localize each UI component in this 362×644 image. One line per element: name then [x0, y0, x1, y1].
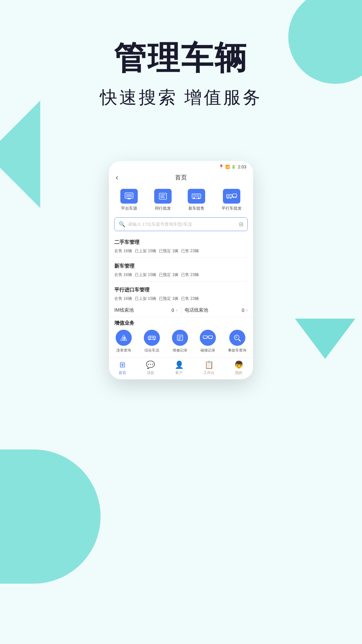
vas-collision[interactable]: ! 碰撞记录 [200, 330, 216, 353]
im-pool-arrow: › [176, 308, 178, 313]
new-on-sale[interactable]: 在售 16辆 [114, 272, 132, 278]
parallel-import-title: 平行进口车管理 [114, 287, 248, 293]
phone-pool-item[interactable]: 电话线索池 0 › [185, 307, 248, 313]
bg-triangle-right-decoration [295, 319, 355, 359]
page-title: 首页 [175, 173, 187, 181]
workbench-icon: 📋 [204, 361, 214, 369]
parallel-import-section: 平行进口车管理 在售 16辆 已上架 15辆 已预定 1辆 已售 23辆 [109, 283, 253, 304]
svg-text:!: ! [207, 335, 208, 338]
nav-icons-row: 平台车源 同行批发 新车批售 [109, 185, 253, 213]
vas-accident[interactable]: 🔍 事故车查询 [228, 330, 246, 353]
new-reserved[interactable]: 已预定 1辆 [159, 272, 178, 278]
svg-rect-9 [193, 195, 200, 197]
svg-point-13 [227, 197, 229, 199]
parallel-on-sale[interactable]: 在售 16辆 [114, 296, 132, 302]
customers-label: 客户 [175, 370, 183, 375]
vas-title: 增值业务 [114, 320, 248, 326]
phone-pool-label: 电话线索池 [185, 307, 208, 313]
location-icon: 📍 [219, 164, 224, 169]
back-button[interactable]: ‹ [116, 173, 118, 182]
nav-new-car[interactable]: 新车批售 [188, 189, 205, 211]
new-car-icon [188, 189, 205, 204]
used-listed[interactable]: 已上架 15辆 [135, 248, 157, 254]
vas-car-condition[interactable]: 综合车况 [144, 330, 160, 353]
search-bar[interactable]: 🔍 请输入 17位车架号查询车型/车况 ⊟ [114, 217, 248, 231]
collision-label: 碰撞记录 [200, 348, 215, 353]
parallel-car-label: 平行车批发 [222, 206, 242, 211]
phone-pool-value: 0 [242, 308, 244, 313]
vas-violation[interactable]: 违 违章查询 [116, 330, 132, 353]
search-icon: 🔍 [119, 221, 125, 227]
divider-2 [114, 281, 248, 281]
new-car-stats: 在售 16辆 已上架 15辆 已预定 1辆 已售 23辆 [114, 272, 248, 278]
used-car-section: 二手车管理 在售 16辆 已上架 15辆 已预定 1辆 已售 23辆 [109, 235, 253, 256]
violation-icon: 违 [116, 330, 132, 346]
im-pool-value: 0 [172, 308, 174, 313]
search-input[interactable]: 请输入 17位车架号查询车型/车况 [128, 221, 236, 227]
parallel-listed[interactable]: 已上架 15辆 [135, 296, 157, 302]
svg-point-31 [204, 338, 205, 339]
home-label: 首页 [119, 370, 126, 375]
scan-icon[interactable]: ⊟ [239, 221, 243, 227]
status-icons: 📍 📶 🔋 2:03 [219, 164, 246, 169]
customers-icon: 👤 [175, 361, 184, 369]
bottom-tab-bar: ⊞ 首页 💬 消息 👤 客户 📋 工作台 👦 我的 [109, 358, 253, 379]
svg-rect-15 [227, 195, 231, 197]
pool-row: IM线索池 0 › 电话线索池 0 › [109, 304, 253, 317]
collision-icon: ! [200, 330, 216, 346]
divider-1 [114, 257, 248, 258]
parallel-sold[interactable]: 已售 23辆 [181, 296, 199, 302]
new-sold[interactable]: 已售 23辆 [181, 272, 199, 278]
tab-messages[interactable]: 💬 消息 [146, 361, 155, 375]
svg-rect-24 [149, 337, 152, 338]
nav-peer-wholesale[interactable]: 同行批发 [154, 189, 172, 211]
svg-line-38 [238, 339, 240, 341]
new-car-mgmt-title: 新车管理 [114, 263, 248, 269]
workbench-label: 工作台 [203, 370, 215, 375]
platform-source-icon [120, 189, 138, 204]
messages-icon: 💬 [146, 361, 155, 369]
home-icon: ⊞ [119, 361, 125, 369]
svg-text:违: 违 [122, 336, 126, 340]
status-time: 2:03 [238, 164, 246, 169]
parallel-import-stats: 在售 16辆 已上架 15辆 已预定 1辆 已售 23辆 [114, 296, 248, 302]
svg-point-14 [230, 197, 231, 199]
mine-label: 我的 [235, 370, 242, 375]
repair-label: 维修记录 [173, 348, 187, 353]
new-car-label: 新车批售 [188, 206, 204, 211]
used-car-title: 二手车管理 [114, 239, 248, 246]
violation-label: 违章查询 [116, 348, 131, 353]
svg-rect-1 [126, 194, 132, 197]
used-on-sale[interactable]: 在售 16辆 [114, 248, 132, 254]
nav-parallel-car[interactable]: 平行车批发 [222, 189, 242, 211]
svg-point-22 [149, 339, 150, 340]
svg-point-18 [235, 197, 236, 198]
tab-workbench[interactable]: 📋 工作台 [203, 361, 215, 375]
im-pool-item[interactable]: IM线索池 0 › [114, 307, 178, 313]
parallel-car-icon [223, 189, 240, 204]
bg-triangle-left-decoration [0, 101, 40, 208]
accident-icon: 🔍 [229, 330, 245, 346]
tab-home[interactable]: ⊞ 首页 [119, 361, 126, 375]
used-car-stats: 在售 16辆 已上架 15辆 已预定 1辆 已售 23辆 [114, 248, 248, 254]
svg-rect-7 [160, 197, 165, 198]
svg-text:🔍: 🔍 [235, 336, 239, 340]
used-reserved[interactable]: 已预定 1辆 [159, 248, 178, 254]
new-listed[interactable]: 已上架 15辆 [135, 272, 157, 278]
nav-platform-source[interactable]: 平台车源 [120, 189, 138, 211]
parallel-reserved[interactable]: 已预定 1辆 [159, 296, 178, 302]
messages-label: 消息 [147, 370, 154, 375]
used-sold[interactable]: 已售 23辆 [181, 248, 199, 254]
hero-subtitle: 快速搜索 增值服务 [0, 86, 362, 109]
vas-repair[interactable]: 维修记录 [172, 330, 188, 353]
tab-mine[interactable]: 👦 我的 [234, 361, 243, 375]
svg-point-10 [193, 198, 195, 199]
vas-icons-row: 违 违章查询 综合车况 [114, 330, 248, 353]
hero-section: 管理车辆 快速搜索 增值服务 [0, 0, 362, 109]
app-header: ‹ 首页 [109, 171, 253, 185]
svg-rect-30 [203, 336, 207, 338]
svg-point-23 [154, 339, 155, 340]
svg-rect-3 [128, 198, 130, 199]
svg-rect-6 [160, 196, 164, 197]
tab-customers[interactable]: 👤 客户 [175, 361, 184, 375]
